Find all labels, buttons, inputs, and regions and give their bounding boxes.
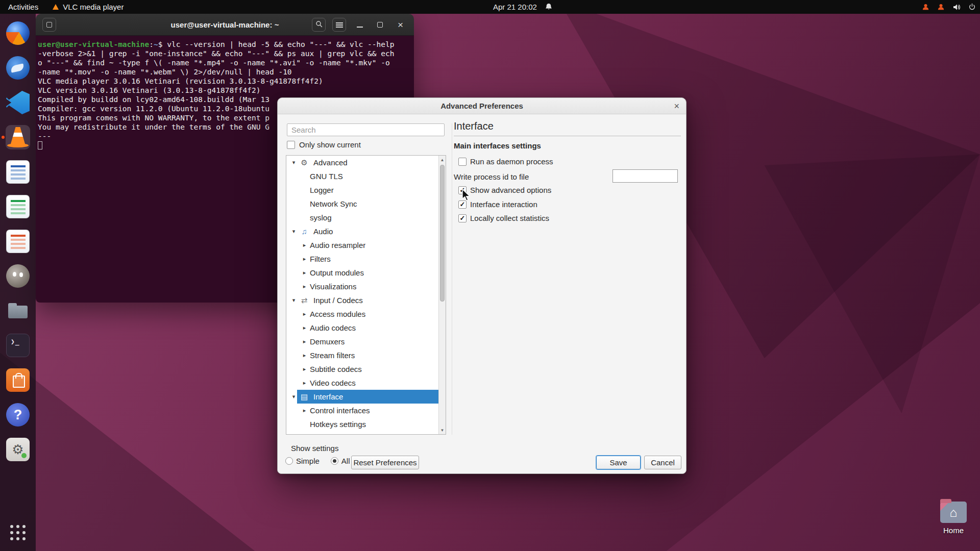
tree-item-main-interfaces[interactable]: ▸Main interfaces	[286, 431, 438, 434]
dock-item-writer[interactable]	[6, 160, 30, 184]
tree-item-network-sync[interactable]: Network Sync	[286, 197, 438, 211]
hamburger-menu-icon	[336, 24, 343, 26]
write-pid-input[interactable]	[612, 169, 678, 183]
tree-item-audio-resampler[interactable]: ▸Audio resampler	[286, 238, 438, 252]
run-as-daemon-checkbox[interactable]	[458, 158, 467, 166]
tree-item-body: Network Sync	[308, 197, 438, 211]
terminal-menu-button[interactable]	[332, 18, 346, 32]
collapse-arrow-icon[interactable]: ▾	[290, 393, 297, 400]
expand-arrow-icon[interactable]: ▸	[301, 407, 308, 414]
save-button[interactable]: Save	[596, 456, 641, 469]
expand-arrow-icon[interactable]: ▸	[301, 380, 308, 386]
expand-arrow-icon[interactable]: ▸	[301, 242, 308, 248]
cancel-button[interactable]: Cancel	[644, 456, 681, 469]
expand-arrow-icon[interactable]: ▸	[301, 269, 308, 276]
only-show-current-checkbox[interactable]	[287, 141, 295, 149]
tree-item-logger[interactable]: Logger	[286, 183, 438, 197]
vscode-icon	[6, 91, 30, 114]
terminal-titlebar[interactable]: user@user-virtual-machine: ~ ×	[36, 14, 414, 36]
dock-item-vscode[interactable]	[6, 90, 30, 115]
advanced-preferences-dialog: Advanced Preferences × Only show current…	[277, 97, 687, 474]
collapse-arrow-icon[interactable]: ▾	[290, 159, 297, 166]
focused-app-menu[interactable]: VLC media player	[53, 3, 124, 11]
dock-item-vlc[interactable]	[6, 125, 30, 149]
activities-button[interactable]: Activities	[8, 3, 38, 11]
show-settings-label: Show settings	[291, 444, 338, 453]
simple-radio[interactable]	[285, 457, 293, 465]
notification-person-icon	[937, 3, 945, 11]
dock-item-software-updater[interactable]	[6, 437, 30, 462]
clock-menu[interactable]: Apr 21 20:02	[493, 0, 552, 14]
reset-preferences-button[interactable]: Reset Preferences	[351, 456, 419, 469]
scroll-up-arrow-icon[interactable]: ▲	[439, 156, 446, 163]
tree-item-audio[interactable]: ▾♫Audio	[286, 224, 438, 238]
help-icon	[6, 403, 30, 427]
locally-collect-statistics-checkbox[interactable]: ✓	[458, 214, 467, 222]
volume-icon	[952, 3, 961, 11]
clock-label: Apr 21 20:02	[493, 3, 537, 11]
tree-scrollbar[interactable]: ▲ ▼	[438, 156, 446, 434]
dock-item-gimp[interactable]	[6, 264, 30, 288]
show-applications-button[interactable]	[6, 520, 30, 545]
terminal-search-button[interactable]	[312, 18, 326, 32]
tree-item-input-codecs[interactable]: ▾⇄Input / Codecs	[286, 293, 438, 307]
dock-item-help[interactable]	[6, 403, 30, 427]
panel-divider	[452, 123, 452, 435]
tree-item-syslog[interactable]: syslog	[286, 211, 438, 224]
terminal-new-tab-icon[interactable]	[42, 18, 56, 32]
tree-item-control-interfaces[interactable]: ▸Control interfaces	[286, 404, 438, 417]
tree-item-access-modules[interactable]: ▸Access modules	[286, 307, 438, 321]
dock-item-thunderbird[interactable]	[6, 56, 30, 80]
expand-arrow-icon[interactable]: ▸	[301, 366, 308, 372]
terminal-line: -name "*.mov" -o -name "*.webm" \) 2>/de…	[38, 67, 412, 77]
tree-item-audio-codecs[interactable]: ▸Audio codecs	[286, 321, 438, 335]
tree-item-label: Audio	[313, 227, 333, 236]
tree-item-visualizations[interactable]: ▸Visualizations	[286, 280, 438, 293]
tree-item-output-modules[interactable]: ▸Output modules	[286, 266, 438, 280]
dock-item-calc[interactable]	[6, 194, 30, 219]
terminal-close-button[interactable]: ×	[394, 18, 407, 32]
tree-item-demuxers[interactable]: ▸Demuxers	[286, 335, 438, 348]
expand-arrow-icon[interactable]: ▸	[301, 352, 308, 359]
tree-item-advanced[interactable]: ▾⚙Advanced	[286, 156, 438, 169]
collapse-arrow-icon[interactable]: ▾	[290, 297, 297, 304]
scroll-down-arrow-icon[interactable]: ▼	[439, 427, 446, 434]
dock-item-impress[interactable]	[6, 229, 30, 254]
system-status-area[interactable]	[922, 0, 976, 14]
terminal-minimize-button[interactable]	[353, 18, 366, 32]
tree-item-interface[interactable]: ▾▤Interface	[286, 390, 438, 404]
terminal-maximize-button[interactable]	[373, 18, 387, 32]
search-input[interactable]	[287, 123, 445, 136]
all-radio[interactable]	[331, 457, 338, 465]
tree-item-stream-filters[interactable]: ▸Stream filters	[286, 348, 438, 362]
dock-item-ubuntu-software[interactable]	[6, 368, 30, 392]
expand-arrow-icon[interactable]: ▸	[301, 324, 308, 331]
tree-item-filters[interactable]: ▸Filters	[286, 252, 438, 266]
terminal-line: VLC version 3.0.16 Vetinari (3.0.13-8-g4…	[38, 86, 412, 95]
dock-item-terminal[interactable]	[6, 333, 30, 358]
home-folder-desktop-icon[interactable]: Home	[925, 502, 980, 535]
tree-item-subtitle-codecs[interactable]: ▸Subtitle codecs	[286, 362, 438, 376]
tree-item-hotkeys-settings[interactable]: Hotkeys settings	[286, 417, 438, 431]
dialog-close-button[interactable]: ×	[674, 102, 679, 111]
tree-item-body: Output modules	[308, 266, 438, 280]
show-advanced-options-label: Show advanced options	[470, 186, 551, 194]
expand-arrow-icon[interactable]: ▸	[301, 283, 308, 290]
expand-arrow-icon[interactable]: ▸	[301, 311, 308, 317]
expand-arrow-icon[interactable]: ▸	[301, 338, 308, 345]
dock-item-files[interactable]	[6, 298, 30, 323]
tree-item-gnu-tls[interactable]: GNU TLS	[286, 169, 438, 183]
expand-arrow-icon[interactable]: ▸	[301, 256, 308, 262]
gear-icon: ⚙	[299, 158, 309, 167]
tree-item-video-codecs[interactable]: ▸Video codecs	[286, 376, 438, 390]
section-heading: Main interfaces settings	[454, 141, 541, 150]
tree-item-label: Main interfaces	[310, 434, 362, 434]
dock-item-firefox[interactable]	[6, 21, 30, 45]
collapse-arrow-icon[interactable]: ▾	[290, 228, 297, 235]
only-show-current-label: Only show current	[299, 140, 361, 149]
software-updater-icon	[6, 438, 30, 461]
dialog-titlebar[interactable]: Advanced Preferences ×	[278, 98, 686, 114]
scrollbar-thumb[interactable]	[440, 165, 445, 302]
run-as-daemon-label: Run as daemon process	[470, 157, 553, 166]
tree-item-body: Stream filters	[308, 348, 438, 362]
